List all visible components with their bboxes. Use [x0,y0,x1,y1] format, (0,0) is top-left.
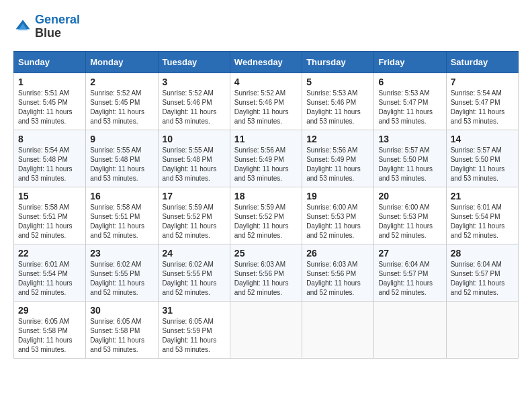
day-number: 7 [451,77,514,87]
day-info: Sunrise: 5:53 AM Sunset: 5:46 PM Dayligh… [306,89,369,126]
day-number: 19 [306,191,369,201]
day-number: 20 [378,191,441,201]
day-cell: 23 Sunrise: 6:02 AM Sunset: 5:55 PM Dayl… [86,244,158,301]
day-cell: 2 Sunrise: 5:52 AM Sunset: 5:45 PM Dayli… [86,73,158,130]
day-info: Sunrise: 6:04 AM Sunset: 5:57 PM Dayligh… [378,260,441,298]
day-cell: 14 Sunrise: 5:57 AM Sunset: 5:50 PM Dayl… [446,130,518,187]
header-wednesday: Wednesday [230,51,302,73]
header-monday: Monday [86,51,158,73]
header-thursday: Thursday [302,51,374,73]
day-number: 8 [18,134,81,144]
day-number: 4 [234,77,298,87]
day-cell: 24 Sunrise: 6:02 AM Sunset: 5:55 PM Dayl… [158,244,230,301]
day-info: Sunrise: 5:56 AM Sunset: 5:49 PM Dayligh… [234,146,298,183]
day-cell: 12 Sunrise: 5:56 AM Sunset: 5:49 PM Dayl… [302,130,374,187]
logo-text: General Blue [35,13,80,40]
day-info: Sunrise: 6:04 AM Sunset: 5:57 PM Dayligh… [451,260,514,298]
day-number: 1 [18,77,81,87]
day-cell: 9 Sunrise: 5:55 AM Sunset: 5:48 PM Dayli… [86,130,158,187]
day-cell: 20 Sunrise: 6:00 AM Sunset: 5:53 PM Dayl… [374,187,446,244]
day-number: 26 [306,248,369,259]
day-number: 3 [163,77,226,87]
day-info: Sunrise: 5:57 AM Sunset: 5:50 PM Dayligh… [378,146,441,183]
day-info: Sunrise: 5:55 AM Sunset: 5:48 PM Dayligh… [163,146,226,183]
day-number: 13 [378,134,441,144]
day-cell: 27 Sunrise: 6:04 AM Sunset: 5:57 PM Dayl… [374,244,446,301]
day-cell: 16 Sunrise: 5:58 AM Sunset: 5:51 PM Dayl… [86,187,158,244]
header-tuesday: Tuesday [158,51,230,73]
week-row-4: 22 Sunrise: 6:01 AM Sunset: 5:54 PM Dayl… [14,244,519,301]
logo-icon [13,17,32,36]
day-cell: 3 Sunrise: 5:52 AM Sunset: 5:46 PM Dayli… [158,73,230,130]
day-info: Sunrise: 6:05 AM Sunset: 5:58 PM Dayligh… [90,317,153,355]
day-cell: 4 Sunrise: 5:52 AM Sunset: 5:46 PM Dayli… [230,73,302,130]
day-number: 28 [451,248,514,259]
week-row-3: 15 Sunrise: 5:58 AM Sunset: 5:51 PM Dayl… [14,187,519,244]
week-row-2: 8 Sunrise: 5:54 AM Sunset: 5:48 PM Dayli… [14,130,519,187]
day-cell: 30 Sunrise: 6:05 AM Sunset: 5:58 PM Dayl… [86,301,158,358]
day-info: Sunrise: 5:58 AM Sunset: 5:51 PM Dayligh… [90,203,153,240]
day-cell [302,301,374,358]
day-cell [446,301,518,358]
day-number: 16 [90,191,153,201]
day-cell: 7 Sunrise: 5:54 AM Sunset: 5:47 PM Dayli… [446,73,518,130]
day-info: Sunrise: 5:54 AM Sunset: 5:48 PM Dayligh… [18,146,81,183]
week-row-5: 29 Sunrise: 6:05 AM Sunset: 5:58 PM Dayl… [14,301,519,358]
day-number: 25 [234,248,298,259]
week-row-1: 1 Sunrise: 5:51 AM Sunset: 5:45 PM Dayli… [14,73,519,130]
day-number: 24 [163,248,226,259]
day-number: 9 [90,134,153,144]
day-info: Sunrise: 6:02 AM Sunset: 5:55 PM Dayligh… [90,260,153,298]
day-number: 22 [18,248,81,259]
day-number: 18 [234,191,298,201]
logo: General Blue [13,13,80,40]
day-cell: 26 Sunrise: 6:03 AM Sunset: 5:56 PM Dayl… [302,244,374,301]
day-cell: 17 Sunrise: 5:59 AM Sunset: 5:52 PM Dayl… [158,187,230,244]
day-info: Sunrise: 5:52 AM Sunset: 5:46 PM Dayligh… [163,89,226,126]
day-info: Sunrise: 6:01 AM Sunset: 5:54 PM Dayligh… [451,203,514,240]
day-info: Sunrise: 6:05 AM Sunset: 5:58 PM Dayligh… [18,317,81,355]
day-cell: 28 Sunrise: 6:04 AM Sunset: 5:57 PM Dayl… [446,244,518,301]
day-cell: 25 Sunrise: 6:03 AM Sunset: 5:56 PM Dayl… [230,244,302,301]
day-number: 31 [163,305,226,316]
day-cell: 13 Sunrise: 5:57 AM Sunset: 5:50 PM Dayl… [374,130,446,187]
day-info: Sunrise: 5:51 AM Sunset: 5:45 PM Dayligh… [18,89,81,126]
day-cell: 8 Sunrise: 5:54 AM Sunset: 5:48 PM Dayli… [14,130,86,187]
day-number: 15 [18,191,81,201]
day-number: 10 [163,134,226,144]
day-cell: 21 Sunrise: 6:01 AM Sunset: 5:54 PM Dayl… [446,187,518,244]
day-info: Sunrise: 6:02 AM Sunset: 5:55 PM Dayligh… [163,260,226,298]
day-info: Sunrise: 6:00 AM Sunset: 5:53 PM Dayligh… [306,203,369,240]
day-cell [230,301,302,358]
day-info: Sunrise: 6:03 AM Sunset: 5:56 PM Dayligh… [234,260,298,298]
calendar-table: SundayMondayTuesdayWednesdayThursdayFrid… [13,51,519,359]
day-info: Sunrise: 5:56 AM Sunset: 5:49 PM Dayligh… [306,146,369,183]
day-info: Sunrise: 5:59 AM Sunset: 5:52 PM Dayligh… [234,203,298,240]
day-info: Sunrise: 5:57 AM Sunset: 5:50 PM Dayligh… [451,146,514,183]
day-cell: 10 Sunrise: 5:55 AM Sunset: 5:48 PM Dayl… [158,130,230,187]
day-cell: 15 Sunrise: 5:58 AM Sunset: 5:51 PM Dayl… [14,187,86,244]
day-info: Sunrise: 6:03 AM Sunset: 5:56 PM Dayligh… [306,260,369,298]
day-number: 17 [163,191,226,201]
day-number: 12 [306,134,369,144]
day-number: 5 [306,77,369,87]
day-number: 30 [90,305,153,316]
day-cell: 19 Sunrise: 6:00 AM Sunset: 5:53 PM Dayl… [302,187,374,244]
day-info: Sunrise: 5:53 AM Sunset: 5:47 PM Dayligh… [378,89,441,126]
day-number: 14 [451,134,514,144]
day-number: 6 [378,77,441,87]
day-cell: 1 Sunrise: 5:51 AM Sunset: 5:45 PM Dayli… [14,73,86,130]
header-sunday: Sunday [14,51,86,73]
day-info: Sunrise: 5:54 AM Sunset: 5:47 PM Dayligh… [451,89,514,126]
day-number: 27 [378,248,441,259]
day-number: 11 [234,134,298,144]
day-cell: 18 Sunrise: 5:59 AM Sunset: 5:52 PM Dayl… [230,187,302,244]
day-number: 29 [18,305,81,316]
day-cell: 29 Sunrise: 6:05 AM Sunset: 5:58 PM Dayl… [14,301,86,358]
day-number: 23 [90,248,153,259]
day-number: 21 [451,191,514,201]
day-info: Sunrise: 6:00 AM Sunset: 5:53 PM Dayligh… [378,203,441,240]
day-info: Sunrise: 5:52 AM Sunset: 5:46 PM Dayligh… [234,89,298,126]
day-cell: 11 Sunrise: 5:56 AM Sunset: 5:49 PM Dayl… [230,130,302,187]
header: General Blue [13,13,519,40]
